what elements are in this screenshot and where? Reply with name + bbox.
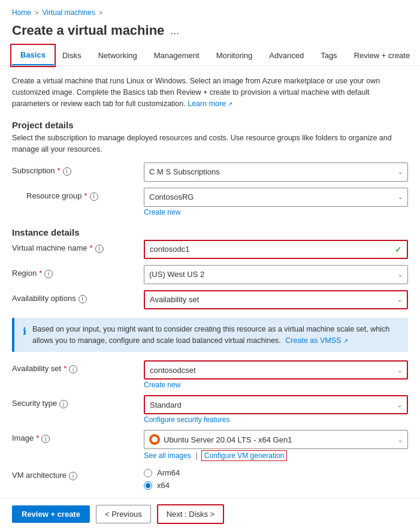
- availability-options-select[interactable]: Availability set ⌄: [144, 290, 408, 309]
- security-type-row: Security type i Standard ⌄ Configure sec…: [12, 395, 408, 424]
- region-info-icon[interactable]: i: [44, 270, 53, 278]
- vm-name-input[interactable]: contosodc1 ✓: [144, 240, 408, 259]
- configure-security-link[interactable]: Configure security features: [144, 415, 408, 424]
- tab-review-create[interactable]: Review + create: [346, 46, 419, 65]
- rg-value: ContososRG: [149, 192, 194, 201]
- resource-group-control: ContososRG ⌄ Create new: [144, 188, 408, 216]
- region-control: (US) West US 2 ⌄: [144, 265, 408, 284]
- tab-networking[interactable]: Networking: [90, 46, 146, 65]
- subscription-control: C M S Subscriptions ⌄: [144, 162, 408, 182]
- vm-architecture-info-icon[interactable]: i: [69, 472, 77, 480]
- availability-set-control: contosodcset ⌄ Create new: [144, 360, 408, 389]
- image-control: Ubuntu Server 20.04 LTS - x64 Gen1 ⌄ See…: [144, 430, 408, 461]
- tab-basics[interactable]: Basics: [12, 46, 54, 65]
- image-info-icon[interactable]: i: [41, 435, 50, 443]
- architecture-x64-option[interactable]: x64: [144, 481, 408, 490]
- availability-set-required: *: [64, 364, 67, 373]
- tab-management[interactable]: Management: [146, 46, 208, 65]
- tab-tags[interactable]: Tags: [312, 46, 345, 65]
- security-type-value: Standard: [150, 400, 182, 409]
- tab-monitoring[interactable]: Monitoring: [208, 46, 261, 65]
- availability-set-select[interactable]: contosodcset ⌄: [144, 360, 408, 380]
- region-select[interactable]: (US) West US 2 ⌄: [144, 265, 408, 284]
- availability-set-create-new-link[interactable]: Create new: [144, 381, 408, 389]
- configure-vm-gen-link[interactable]: Configure VM generation: [201, 450, 287, 461]
- tab-disks[interactable]: Disks: [54, 46, 90, 65]
- svg-point-0: [152, 436, 158, 442]
- security-type-label: Security type i: [12, 395, 144, 408]
- architecture-x64-label: x64: [157, 481, 170, 490]
- vm-name-required: *: [90, 243, 93, 252]
- availability-options-control: Availability set ⌄: [144, 290, 408, 309]
- availability-options-value: Availability set: [150, 295, 199, 304]
- image-value: Ubuntu Server 20.04 LTS - x64 Gen1: [164, 435, 292, 444]
- resource-group-select[interactable]: ContososRG ⌄: [144, 188, 408, 207]
- create-vmss-link[interactable]: Create as VMSS: [285, 336, 341, 345]
- architecture-arm64-label: Arm64: [157, 468, 180, 477]
- image-required: *: [36, 433, 39, 442]
- vm-architecture-radio-group: Arm64 x64: [144, 468, 408, 490]
- resource-group-row: Resource group * i ContososRG ⌄ Create n…: [12, 188, 408, 216]
- info-box-content: Based on your input, you might want to c…: [32, 324, 400, 347]
- subscription-value: C M S Subscriptions: [149, 167, 220, 176]
- vm-name-value: contosodc1: [150, 245, 190, 254]
- vm-architecture-label: VM architecture i: [12, 467, 144, 480]
- vm-name-info-icon[interactable]: i: [95, 245, 104, 253]
- rg-chevron-icon: ⌄: [398, 194, 403, 200]
- image-label: Image * i: [12, 430, 144, 443]
- architecture-arm64-radio[interactable]: [144, 469, 152, 477]
- security-type-info-icon[interactable]: i: [59, 400, 68, 408]
- review-create-button[interactable]: Review + create: [12, 505, 90, 523]
- tab-bar: Basics Disks Networking Management Monit…: [0, 46, 420, 66]
- subscription-info-icon[interactable]: i: [63, 167, 71, 176]
- instance-details-title: Instance details: [12, 227, 408, 237]
- see-all-images-link[interactable]: See all images: [144, 451, 191, 460]
- breadcrumb: Home > Virtual machines >: [0, 0, 420, 20]
- breadcrumb-sep2: >: [99, 9, 102, 16]
- availability-options-row: Availability options i Availability set …: [12, 290, 408, 309]
- availability-options-label: Availability options i: [12, 290, 144, 303]
- info-box: ℹ Based on your input, you might want to…: [12, 318, 408, 353]
- region-value: (US) West US 2: [149, 270, 204, 279]
- vm-name-checkmark-icon: ✓: [395, 245, 402, 254]
- learn-more-link[interactable]: Learn more: [188, 100, 232, 108]
- vm-architecture-control: Arm64 x64: [144, 467, 408, 490]
- availability-options-info-icon[interactable]: i: [78, 295, 87, 303]
- info-box-icon: ℹ: [23, 324, 26, 347]
- security-type-select[interactable]: Standard ⌄: [144, 395, 408, 414]
- rg-info-icon[interactable]: i: [90, 192, 98, 201]
- vm-name-label: Virtual machine name * i: [12, 240, 144, 253]
- availability-set-chevron-icon: ⌄: [397, 367, 402, 374]
- subscription-label: Subscription * i: [12, 162, 144, 176]
- subscription-required: *: [58, 166, 61, 175]
- vm-architecture-row: VM architecture i Arm64 x64: [12, 467, 408, 490]
- breadcrumb-vm[interactable]: Virtual machines: [42, 8, 95, 17]
- architecture-x64-radio[interactable]: [144, 481, 152, 490]
- previous-button[interactable]: < Previous: [96, 505, 151, 523]
- availability-set-info-icon[interactable]: i: [69, 365, 77, 374]
- rg-create-new-link[interactable]: Create new: [144, 208, 408, 216]
- vm-name-control: contosodc1 ✓: [144, 240, 408, 259]
- ellipsis-menu[interactable]: ...: [170, 25, 179, 37]
- external-link-icon: ↗: [343, 338, 348, 344]
- subscription-chevron-icon: ⌄: [398, 168, 403, 175]
- architecture-arm64-option[interactable]: Arm64: [144, 468, 408, 477]
- region-label: Region * i: [12, 265, 144, 278]
- region-chevron-icon: ⌄: [398, 271, 403, 278]
- subscription-select[interactable]: C M S Subscriptions ⌄: [144, 162, 408, 182]
- tab-advanced[interactable]: Advanced: [261, 46, 312, 65]
- availability-options-chevron-icon: ⌄: [397, 296, 402, 303]
- availability-set-value: contosodcset: [150, 366, 196, 375]
- security-type-control: Standard ⌄ Configure security features: [144, 395, 408, 424]
- image-chevron-icon: ⌄: [398, 436, 403, 443]
- rg-required: *: [84, 191, 87, 200]
- main-content: Create a virtual machine that runs Linux…: [0, 66, 420, 505]
- page-title: Create a virtual machine: [12, 23, 164, 38]
- region-row: Region * i (US) West US 2 ⌄: [12, 265, 408, 284]
- next-disks-button[interactable]: Next : Disks >: [157, 504, 225, 524]
- image-row-inner: Ubuntu Server 20.04 LTS - x64 Gen1: [149, 434, 292, 445]
- project-details-title: Project details: [12, 120, 408, 130]
- breadcrumb-home[interactable]: Home: [12, 8, 31, 17]
- resource-group-label: Resource group * i: [12, 188, 144, 201]
- image-select[interactable]: Ubuntu Server 20.04 LTS - x64 Gen1 ⌄: [144, 430, 408, 449]
